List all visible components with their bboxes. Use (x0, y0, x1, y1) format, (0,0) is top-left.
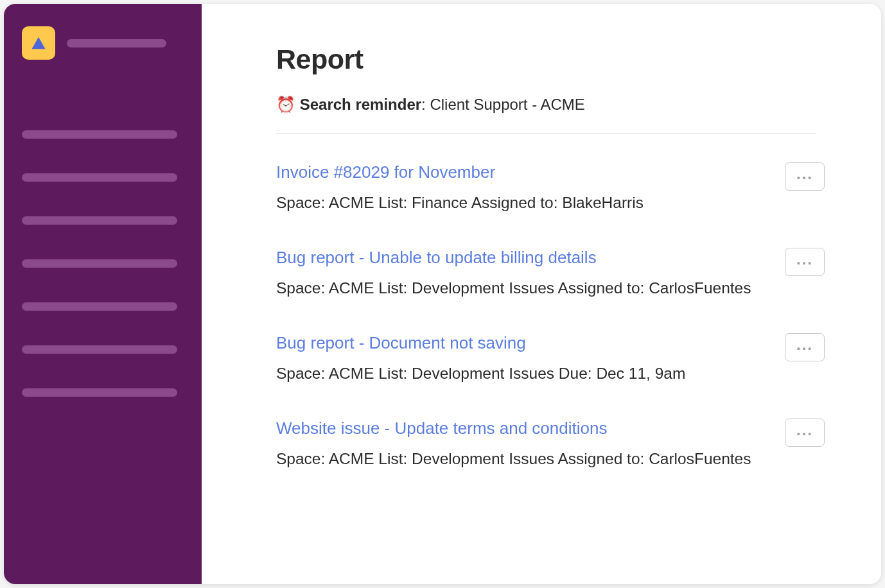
sidebar-item[interactable] (22, 302, 177, 311)
reminder-value: : Client Support - ACME (421, 96, 585, 113)
reminder-label: Search reminder (300, 96, 421, 113)
result-meta: Space: ACME List: Development Issues Ass… (276, 450, 785, 468)
result-link[interactable]: Bug report - Unable to update billing de… (276, 248, 785, 268)
main-content: Report ⏰ Search reminder: Client Support… (202, 4, 881, 584)
app-window: Report ⏰ Search reminder: Client Support… (4, 4, 881, 584)
result-meta: Space: ACME List: Finance Assigned to: B… (276, 194, 785, 212)
results-list: Invoice #82029 for November Space: ACME … (276, 162, 825, 468)
result-meta: Space: ACME List: Development Issues Ass… (276, 279, 785, 297)
result-text: Bug report - Document not saving Space: … (276, 333, 785, 383)
more-actions-button[interactable]: ... (785, 248, 825, 276)
sidebar-item[interactable] (22, 345, 177, 354)
result-item: Invoice #82029 for November Space: ACME … (276, 162, 825, 212)
result-meta: Space: ACME List: Development Issues Due… (276, 365, 785, 383)
sidebar-item[interactable] (22, 173, 177, 182)
sidebar (4, 4, 202, 584)
divider (276, 133, 816, 134)
more-actions-button[interactable]: ... (785, 333, 825, 361)
workspace-name-placeholder (67, 39, 166, 48)
more-actions-button[interactable]: ... (785, 419, 825, 447)
page-title: Report (276, 44, 825, 75)
app-logo-icon[interactable] (22, 26, 55, 60)
sidebar-item[interactable] (22, 388, 177, 397)
more-actions-button[interactable]: ... (785, 162, 825, 191)
result-item: Bug report - Document not saving Space: … (276, 333, 825, 383)
sidebar-header (22, 26, 184, 60)
alarm-clock-icon: ⏰ (276, 96, 295, 113)
result-text: Website issue - Update terms and conditi… (276, 419, 785, 468)
result-text: Invoice #82029 for November Space: ACME … (276, 162, 785, 212)
result-item: Bug report - Unable to update billing de… (276, 248, 825, 297)
sidebar-item[interactable] (22, 130, 177, 139)
sidebar-item[interactable] (22, 216, 177, 225)
result-text: Bug report - Unable to update billing de… (276, 248, 785, 297)
result-link[interactable]: Website issue - Update terms and conditi… (276, 419, 785, 438)
result-link[interactable]: Bug report - Document not saving (276, 333, 785, 353)
sidebar-item[interactable] (22, 259, 177, 268)
search-reminder-row: ⏰ Search reminder: Client Support - ACME (276, 96, 825, 114)
result-item: Website issue - Update terms and conditi… (276, 419, 825, 468)
result-link[interactable]: Invoice #82029 for November (276, 162, 785, 182)
sidebar-nav (22, 130, 184, 397)
